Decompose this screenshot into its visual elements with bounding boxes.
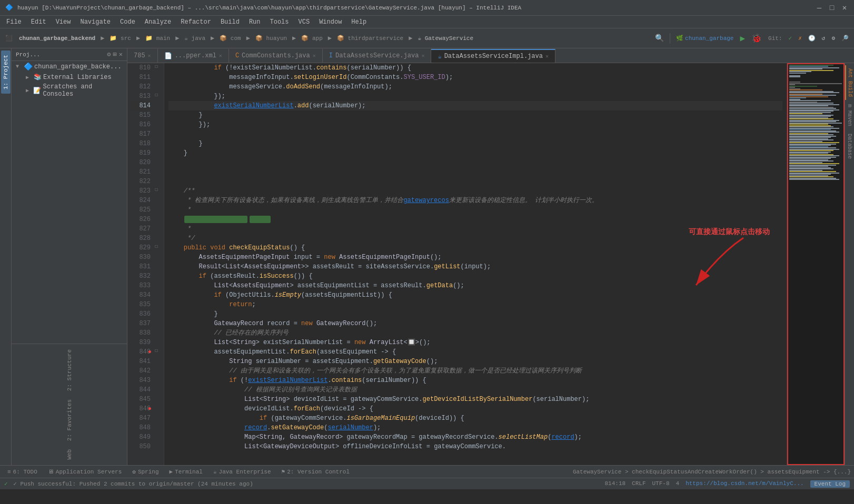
undo-icon[interactable]: ↺ — [820, 34, 828, 43]
tab-close-mapper[interactable]: ✕ — [219, 53, 222, 59]
maximize-button[interactable]: □ — [828, 4, 836, 12]
breadcrumb-java[interactable]: ☕ java — [182, 34, 207, 43]
linenum-811: 811 — [131, 73, 151, 82]
tab-todo[interactable]: ≡ 6: TODO — [3, 468, 42, 476]
minimap[interactable] — [787, 63, 845, 465]
code-line-831: Result<List<AssetsEquipment>> assetsReul… — [168, 262, 782, 271]
linenum-828: 828 — [131, 234, 151, 243]
breadcrumb-src[interactable]: 📁 src — [107, 34, 133, 43]
gutter-mark-829: ◻ — [155, 243, 158, 253]
project-panel-title: Proj... — [16, 52, 105, 58]
structure-tab[interactable]: 2: Structure — [65, 346, 74, 394]
tree-item-external-libs[interactable]: ▶ 📚 External Libraries — [12, 72, 127, 82]
ant-build-tab[interactable]: Ant Build — [845, 65, 854, 100]
menu-view[interactable]: View — [52, 17, 75, 27]
database-tab[interactable]: Database — [846, 130, 853, 162]
linenum-830: 830 — [131, 253, 151, 262]
vcs-branch[interactable]: 🌿 chunan_garbage — [674, 34, 736, 43]
linenum-838: 838 — [131, 328, 151, 338]
favorites-tab[interactable]: 2: Favorites — [65, 396, 74, 444]
panel-close-icon[interactable]: ✕ — [119, 51, 123, 58]
code-content[interactable]: if (!existSerialNumberList.contains(seri… — [164, 63, 787, 465]
panel-expand-icon[interactable]: ⊞ — [113, 51, 117, 58]
minimize-button[interactable]: — — [815, 4, 823, 12]
close-button[interactable]: ✕ — [840, 4, 849, 12]
git-check[interactable]: ✓ — [787, 34, 795, 43]
app-icon: 🔷 — [5, 4, 13, 12]
menu-help[interactable]: Help — [347, 17, 371, 27]
menu-code[interactable]: Code — [116, 17, 140, 27]
breadcrumb-thirdpartservice[interactable]: 📦 thirdpartservice — [335, 34, 405, 43]
search-everywhere-icon[interactable]: 🔎 — [839, 34, 851, 43]
library-icon: 📚 — [34, 73, 42, 81]
bottom-tabs-bar: ≡ 6: TODO 🖥 Application Servers ✿ Spring… — [0, 465, 854, 478]
tab-spring[interactable]: ✿ Spring — [128, 467, 163, 476]
menu-run[interactable]: Run — [245, 17, 265, 27]
tab-dataassets-impl[interactable]: ☕ DataAssetsServiceImpl.java ✕ — [431, 49, 555, 63]
left-tab-strip: 1: Project — [0, 48, 12, 465]
titlebar: 🔷 huayun [D:\HuaYunProject\chunan_garbag… — [0, 0, 854, 16]
menu-navigate[interactable]: Navigate — [76, 17, 115, 27]
tab-label-785: 785 — [134, 52, 145, 59]
menu-window[interactable]: Window — [315, 17, 346, 27]
linenum-843: 843 — [131, 376, 151, 385]
indent-size[interactable]: 4 — [676, 480, 680, 488]
title-text: huayun [D:\HuaYunProject\chunan_garbage_… — [17, 5, 815, 11]
tab-terminal[interactable]: ▶ Terminal — [165, 467, 206, 476]
settings-icon[interactable]: ⚙ — [829, 34, 837, 43]
breadcrumb-sep-0: ▶ — [101, 34, 104, 42]
event-log-button[interactable]: Event Log — [810, 480, 850, 488]
history-icon[interactable]: 🕐 — [806, 34, 818, 43]
project-name[interactable]: chunan_garbage_backend — [17, 34, 97, 43]
tab-app-servers[interactable]: 🖥 Application Servers — [44, 467, 126, 476]
menu-build[interactable]: Build — [216, 17, 244, 27]
tab-close-785[interactable]: ✕ — [148, 53, 151, 59]
run-button[interactable]: ▶ — [738, 32, 747, 45]
menu-refactor[interactable]: Refactor — [176, 17, 215, 27]
tree-item-label: chunan_garbage_backe... — [34, 63, 122, 70]
breadcrumb-gatewayservice[interactable]: ☕ GatewayService — [415, 34, 475, 43]
code-line-836: } — [168, 309, 782, 319]
menu-analyze[interactable]: Analyze — [141, 17, 175, 27]
toolbar-sep-1 — [670, 33, 670, 44]
tree-arrow-ext: ▶ — [26, 74, 32, 80]
maven-tab[interactable]: m Maven — [846, 101, 853, 129]
breadcrumb-com[interactable]: 📦 com — [217, 34, 243, 43]
code-line-819: } — [168, 148, 782, 158]
tab-commconstants[interactable]: C CommConstants.java ✕ — [229, 49, 323, 63]
menu-file[interactable]: File — [2, 17, 26, 27]
bc-arrow-1: ▶ — [136, 34, 140, 42]
panel-settings-icon[interactable]: ⚙ — [107, 51, 111, 58]
git-x[interactable]: ✗ — [796, 34, 804, 43]
tab-close-dataassets-impl[interactable]: ✕ — [545, 53, 549, 59]
debug-button[interactable]: 🐞 — [749, 32, 764, 45]
tab-java-enterprise[interactable]: ☕ Java Enterprise — [209, 467, 275, 476]
tab-785[interactable]: 785 ✕ — [127, 49, 158, 63]
linenum-826: 826 — [131, 215, 151, 224]
menu-tools[interactable]: Tools — [266, 17, 293, 27]
url-link[interactable]: https://blog.csdn.net/m/VainlyC... — [686, 480, 803, 488]
tree-item-project[interactable]: ▼ 🔷 chunan_garbage_backe... — [12, 61, 127, 72]
tab-dataassets[interactable]: I DataAssetsService.java ✕ — [323, 49, 432, 63]
tab-close-dataassets[interactable]: ✕ — [421, 53, 424, 59]
breadcrumb-huayun[interactable]: 📦 huayun — [253, 34, 289, 43]
linenum-817: 817 — [131, 129, 151, 139]
tree-item-scratches[interactable]: ▶ 📝 Scratches and Consoles — [12, 82, 127, 99]
linenum-848: 848 — [131, 423, 151, 432]
tab-mapper[interactable]: 📄 ...pper.xml ✕ — [158, 49, 229, 63]
menu-edit[interactable]: Edit — [27, 17, 51, 27]
tab-version-control[interactable]: ⚑ 2: Version Control — [277, 467, 354, 476]
line-ending[interactable]: CRLF — [632, 480, 646, 488]
project-selector[interactable]: ⬛ — [3, 34, 15, 43]
search-icon[interactable]: 🔍 — [653, 33, 666, 44]
project-tab[interactable]: 1: Project — [1, 51, 11, 94]
charset[interactable]: UTF-8 — [652, 480, 670, 488]
code-line-833: List<AssetsEquipment> assetsEquipmentLis… — [168, 281, 782, 290]
breadcrumb-app[interactable]: 📦 app — [299, 34, 324, 43]
menu-vcs[interactable]: VCS — [294, 17, 314, 27]
cursor-position[interactable]: 814:18 — [605, 480, 626, 488]
linenum-841: 841 — [131, 357, 151, 366]
tab-close-commconstants[interactable]: ✕ — [313, 53, 316, 59]
breadcrumb-main[interactable]: 📁 main — [143, 34, 172, 43]
web-tab[interactable]: Web — [65, 446, 74, 463]
